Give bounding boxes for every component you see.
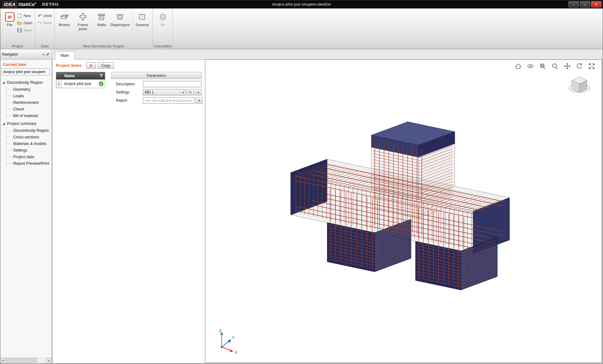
table-row[interactable]: ▸ dvojice pilot pod xyxy=(56,79,105,88)
walls-button[interactable]: Walls xyxy=(94,10,109,28)
beams-icon xyxy=(59,12,69,22)
redo-icon: ↷ xyxy=(38,21,42,25)
delete-item-button[interactable]: × xyxy=(86,62,96,69)
zoom-window-icon xyxy=(539,62,546,70)
current-item-input[interactable] xyxy=(2,68,50,75)
scroll-right-icon[interactable]: ▸ xyxy=(46,358,52,363)
report-input[interactable] xyxy=(143,97,195,104)
report-label: Report xyxy=(116,98,143,103)
expanded-icon[interactable] xyxy=(3,123,5,125)
pin-icon[interactable] xyxy=(46,52,50,56)
diaphragms-button[interactable]: Diaphragms xyxy=(109,10,131,28)
close-button[interactable]: × xyxy=(591,1,601,8)
undo-button[interactable]: ↶ Undo xyxy=(38,13,52,18)
tree-node-cross-sections[interactable]: Cross-sections xyxy=(7,134,51,140)
beams-button[interactable]: Beams xyxy=(57,10,72,28)
tree-node-settings[interactable]: Settings xyxy=(7,147,51,153)
navigator-dropdown-icon[interactable]: ▾ xyxy=(43,53,44,56)
eye-icon xyxy=(527,62,534,70)
report-row: Report + xyxy=(111,97,202,104)
frame-joints-button[interactable]: Frame joints xyxy=(72,10,94,32)
home-view-button[interactable] xyxy=(514,62,522,70)
redo-button[interactable]: ↷ Redo xyxy=(38,20,52,25)
tree-node-label: Cross-sections xyxy=(13,135,39,139)
statica-text: StatiCa xyxy=(18,2,35,7)
scroll-left-icon[interactable]: ◂ xyxy=(0,358,5,363)
row-expander-icon[interactable]: ▸ xyxy=(56,80,62,88)
tree-node-label: Project data xyxy=(13,155,34,159)
tree-node-label: Discontinuity Region xyxy=(7,80,43,85)
scrollbar-thumb[interactable] xyxy=(6,358,37,362)
tree-node-check[interactable]: Check xyxy=(7,106,51,112)
tree-node-bill-of-material[interactable]: Bill of material xyxy=(7,112,51,119)
tree-node-discontinuity-region-summary[interactable]: Discontinuity Region xyxy=(7,127,51,134)
ribbon: ID File New Open Save Project ↶ Undo xyxy=(0,8,603,49)
general-button[interactable]: General xyxy=(134,10,150,28)
titlebar: IDEA StatiCa® DETAIL dvojice pilot pod s… xyxy=(0,0,603,8)
check-status-icon xyxy=(97,81,105,86)
settings-dropdown[interactable]: MD 1 ▾ xyxy=(143,89,186,95)
project-items-table: Name ▸ dvojice pilot pod xyxy=(56,72,105,88)
tree-node-loads[interactable]: Loads xyxy=(7,93,51,99)
add-report-button[interactable]: + xyxy=(196,97,203,104)
navigator-title: Navigator xyxy=(2,52,18,56)
pan-button[interactable] xyxy=(563,62,571,70)
tree-node-project-data[interactable]: Project data xyxy=(7,153,51,160)
zoom-window-button[interactable] xyxy=(539,62,547,70)
description-row: Description xyxy=(111,81,202,87)
view-orbit-button[interactable] xyxy=(526,62,535,70)
new-button[interactable]: New xyxy=(17,13,32,18)
beams-button-label: Beams xyxy=(59,23,70,27)
tab-strip: Main xyxy=(52,49,603,60)
general-button-label: General xyxy=(136,23,149,27)
parameters-panel: Parameters Description Settings MD 1 ▾ ✎… xyxy=(111,72,202,104)
maximize-button[interactable]: □ xyxy=(580,1,590,8)
add-settings-button[interactable]: + xyxy=(195,89,202,95)
navigator-horizontal-scrollbar[interactable]: ◂ ▸ xyxy=(0,358,52,363)
table-header-row[interactable]: Name xyxy=(56,72,105,79)
frame-joints-button-label: Frame joints xyxy=(73,23,93,31)
file-button[interactable]: ID File xyxy=(3,10,17,28)
detail-module-label: DETAIL xyxy=(42,2,59,7)
window-controls: – □ × xyxy=(568,1,603,8)
diaphragms-button-label: Diaphragms xyxy=(110,23,130,27)
description-input[interactable] xyxy=(143,81,202,87)
group-inner-divider xyxy=(133,12,133,35)
file-button-label: File xyxy=(7,23,13,27)
tree-node-geometry[interactable]: Geometry xyxy=(7,86,51,93)
fullscreen-button[interactable] xyxy=(588,62,596,70)
filter-funnel-icon[interactable] xyxy=(100,74,103,78)
ribbon-group-new-discontinuity-region: Beams Frame joints Walls Diaphragms Gen xyxy=(55,8,153,49)
zoom-button[interactable] xyxy=(551,62,559,70)
tree-node-project-summary[interactable]: Project summary xyxy=(3,120,51,127)
tree-node-label: Project summary xyxy=(7,121,36,126)
expanded-icon[interactable] xyxy=(3,82,5,84)
axis-x-label: X xyxy=(235,351,237,354)
tree-node-materials-models[interactable]: Materials & models xyxy=(7,140,51,147)
project-items-title: Project items xyxy=(56,63,82,68)
navigation-cube[interactable] xyxy=(568,74,591,98)
tree-node-label: Geometry xyxy=(13,87,30,92)
tree-node-reinforcement[interactable]: Reinforcement xyxy=(7,99,51,106)
tree-node-discontinuity-region[interactable]: Discontinuity Region xyxy=(3,79,51,86)
file-icon-text: ID xyxy=(8,15,12,19)
copy-item-button[interactable]: Copy xyxy=(98,62,114,69)
tree-node-label: Discontinuity Region xyxy=(13,128,49,133)
viewport-3d[interactable]: Z Y X xyxy=(205,60,602,363)
minimize-button[interactable]: – xyxy=(568,1,579,8)
structural-model-3d[interactable] xyxy=(205,60,601,362)
rotate-view-button[interactable] xyxy=(575,62,584,70)
edit-settings-button[interactable]: ✎ xyxy=(187,89,194,95)
navigator-tree: Discontinuity Region Geometry Loads Rein… xyxy=(0,75,52,167)
calculate-all-button[interactable]: ⚙ All xyxy=(155,10,170,28)
tree-node-label: Settings xyxy=(13,148,27,153)
open-button[interactable]: Open xyxy=(17,20,32,25)
scrollbar-track[interactable] xyxy=(5,358,46,363)
description-label: Description xyxy=(116,82,143,86)
tab-main[interactable]: Main xyxy=(55,51,75,60)
tree-node-label: Report Preview/Print xyxy=(13,161,49,166)
save-button[interactable]: Save xyxy=(17,28,32,33)
tree-node-report-preview-print[interactable]: Report Preview/Print xyxy=(7,160,51,167)
ribbon-group-project: ID File New Open Save Project xyxy=(0,8,35,49)
tree-node-label: Materials & models xyxy=(13,142,46,146)
